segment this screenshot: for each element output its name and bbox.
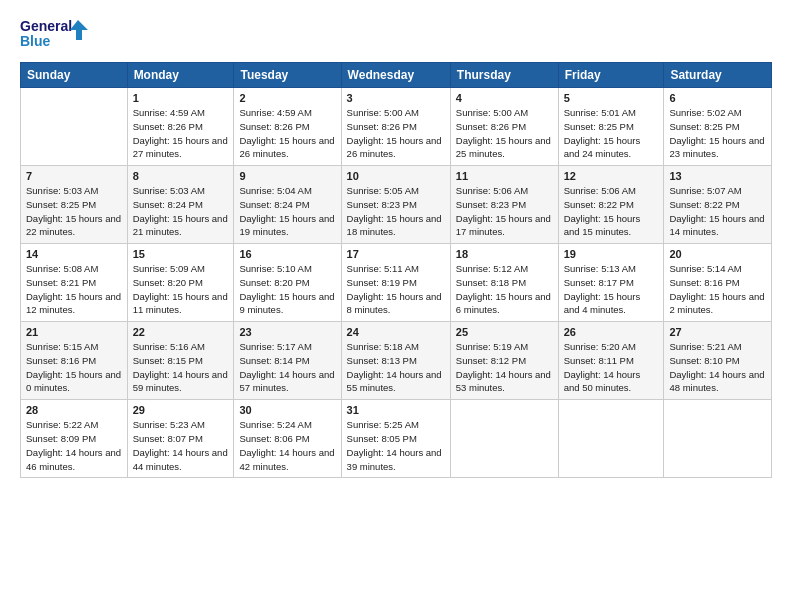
day-info: Sunrise: 5:07 AMSunset: 8:22 PMDaylight:… — [669, 184, 766, 239]
day-number: 18 — [456, 248, 553, 260]
day-number: 5 — [564, 92, 659, 104]
day-info: Sunrise: 5:03 AMSunset: 8:25 PMDaylight:… — [26, 184, 122, 239]
calendar-cell: 8Sunrise: 5:03 AMSunset: 8:24 PMDaylight… — [127, 166, 234, 244]
day-info: Sunrise: 5:22 AMSunset: 8:09 PMDaylight:… — [26, 418, 122, 473]
day-info: Sunrise: 4:59 AMSunset: 8:26 PMDaylight:… — [133, 106, 229, 161]
day-number: 6 — [669, 92, 766, 104]
svg-text:General: General — [20, 18, 72, 34]
day-info: Sunrise: 5:03 AMSunset: 8:24 PMDaylight:… — [133, 184, 229, 239]
calendar-cell: 1Sunrise: 4:59 AMSunset: 8:26 PMDaylight… — [127, 88, 234, 166]
day-info: Sunrise: 5:06 AMSunset: 8:23 PMDaylight:… — [456, 184, 553, 239]
day-number: 22 — [133, 326, 229, 338]
calendar-cell: 15Sunrise: 5:09 AMSunset: 8:20 PMDayligh… — [127, 244, 234, 322]
calendar-table: SundayMondayTuesdayWednesdayThursdayFrid… — [20, 62, 772, 478]
day-info: Sunrise: 5:02 AMSunset: 8:25 PMDaylight:… — [669, 106, 766, 161]
svg-marker-2 — [70, 20, 88, 40]
calendar-week-row: 28Sunrise: 5:22 AMSunset: 8:09 PMDayligh… — [21, 400, 772, 478]
day-info: Sunrise: 5:21 AMSunset: 8:10 PMDaylight:… — [669, 340, 766, 395]
calendar-cell: 28Sunrise: 5:22 AMSunset: 8:09 PMDayligh… — [21, 400, 128, 478]
day-info: Sunrise: 5:10 AMSunset: 8:20 PMDaylight:… — [239, 262, 335, 317]
weekday-header-thursday: Thursday — [450, 63, 558, 88]
calendar-cell: 6Sunrise: 5:02 AMSunset: 8:25 PMDaylight… — [664, 88, 772, 166]
day-number: 13 — [669, 170, 766, 182]
weekday-header-sunday: Sunday — [21, 63, 128, 88]
calendar-cell: 31Sunrise: 5:25 AMSunset: 8:05 PMDayligh… — [341, 400, 450, 478]
calendar-cell: 24Sunrise: 5:18 AMSunset: 8:13 PMDayligh… — [341, 322, 450, 400]
calendar-cell: 23Sunrise: 5:17 AMSunset: 8:14 PMDayligh… — [234, 322, 341, 400]
weekday-header-wednesday: Wednesday — [341, 63, 450, 88]
day-info: Sunrise: 5:20 AMSunset: 8:11 PMDaylight:… — [564, 340, 659, 395]
day-info: Sunrise: 5:08 AMSunset: 8:21 PMDaylight:… — [26, 262, 122, 317]
day-info: Sunrise: 5:17 AMSunset: 8:14 PMDaylight:… — [239, 340, 335, 395]
day-info: Sunrise: 5:25 AMSunset: 8:05 PMDaylight:… — [347, 418, 445, 473]
day-number: 19 — [564, 248, 659, 260]
weekday-header-monday: Monday — [127, 63, 234, 88]
day-info: Sunrise: 5:11 AMSunset: 8:19 PMDaylight:… — [347, 262, 445, 317]
day-info: Sunrise: 5:06 AMSunset: 8:22 PMDaylight:… — [564, 184, 659, 239]
day-number: 16 — [239, 248, 335, 260]
page-header: General Blue — [20, 16, 772, 52]
day-number: 1 — [133, 92, 229, 104]
svg-text:Blue: Blue — [20, 33, 51, 49]
weekday-header-friday: Friday — [558, 63, 664, 88]
day-info: Sunrise: 5:00 AMSunset: 8:26 PMDaylight:… — [347, 106, 445, 161]
day-info: Sunrise: 5:15 AMSunset: 8:16 PMDaylight:… — [26, 340, 122, 395]
calendar-week-row: 7Sunrise: 5:03 AMSunset: 8:25 PMDaylight… — [21, 166, 772, 244]
day-number: 24 — [347, 326, 445, 338]
day-number: 15 — [133, 248, 229, 260]
weekday-header-tuesday: Tuesday — [234, 63, 341, 88]
weekday-header-saturday: Saturday — [664, 63, 772, 88]
calendar-cell: 20Sunrise: 5:14 AMSunset: 8:16 PMDayligh… — [664, 244, 772, 322]
day-number: 3 — [347, 92, 445, 104]
calendar-cell: 12Sunrise: 5:06 AMSunset: 8:22 PMDayligh… — [558, 166, 664, 244]
day-info: Sunrise: 5:16 AMSunset: 8:15 PMDaylight:… — [133, 340, 229, 395]
day-info: Sunrise: 5:09 AMSunset: 8:20 PMDaylight:… — [133, 262, 229, 317]
calendar-cell: 10Sunrise: 5:05 AMSunset: 8:23 PMDayligh… — [341, 166, 450, 244]
calendar-cell — [664, 400, 772, 478]
day-number: 2 — [239, 92, 335, 104]
day-info: Sunrise: 5:05 AMSunset: 8:23 PMDaylight:… — [347, 184, 445, 239]
day-number: 9 — [239, 170, 335, 182]
calendar-cell: 11Sunrise: 5:06 AMSunset: 8:23 PMDayligh… — [450, 166, 558, 244]
calendar-cell: 22Sunrise: 5:16 AMSunset: 8:15 PMDayligh… — [127, 322, 234, 400]
day-number: 14 — [26, 248, 122, 260]
calendar-week-row: 14Sunrise: 5:08 AMSunset: 8:21 PMDayligh… — [21, 244, 772, 322]
day-info: Sunrise: 5:01 AMSunset: 8:25 PMDaylight:… — [564, 106, 659, 161]
calendar-cell: 25Sunrise: 5:19 AMSunset: 8:12 PMDayligh… — [450, 322, 558, 400]
day-number: 26 — [564, 326, 659, 338]
calendar-cell: 27Sunrise: 5:21 AMSunset: 8:10 PMDayligh… — [664, 322, 772, 400]
calendar-cell: 2Sunrise: 4:59 AMSunset: 8:26 PMDaylight… — [234, 88, 341, 166]
day-number: 11 — [456, 170, 553, 182]
calendar-cell: 29Sunrise: 5:23 AMSunset: 8:07 PMDayligh… — [127, 400, 234, 478]
day-number: 17 — [347, 248, 445, 260]
day-info: Sunrise: 5:14 AMSunset: 8:16 PMDaylight:… — [669, 262, 766, 317]
day-number: 28 — [26, 404, 122, 416]
logo-svg: General Blue — [20, 16, 90, 52]
calendar-cell: 14Sunrise: 5:08 AMSunset: 8:21 PMDayligh… — [21, 244, 128, 322]
day-info: Sunrise: 5:04 AMSunset: 8:24 PMDaylight:… — [239, 184, 335, 239]
calendar-cell: 7Sunrise: 5:03 AMSunset: 8:25 PMDaylight… — [21, 166, 128, 244]
day-number: 4 — [456, 92, 553, 104]
day-info: Sunrise: 5:23 AMSunset: 8:07 PMDaylight:… — [133, 418, 229, 473]
day-number: 8 — [133, 170, 229, 182]
calendar-cell: 13Sunrise: 5:07 AMSunset: 8:22 PMDayligh… — [664, 166, 772, 244]
day-number: 23 — [239, 326, 335, 338]
day-number: 12 — [564, 170, 659, 182]
calendar-cell: 3Sunrise: 5:00 AMSunset: 8:26 PMDaylight… — [341, 88, 450, 166]
calendar-cell: 5Sunrise: 5:01 AMSunset: 8:25 PMDaylight… — [558, 88, 664, 166]
calendar-cell: 9Sunrise: 5:04 AMSunset: 8:24 PMDaylight… — [234, 166, 341, 244]
day-number: 7 — [26, 170, 122, 182]
day-number: 29 — [133, 404, 229, 416]
logo: General Blue — [20, 16, 90, 52]
day-info: Sunrise: 5:00 AMSunset: 8:26 PMDaylight:… — [456, 106, 553, 161]
day-number: 27 — [669, 326, 766, 338]
calendar-cell: 21Sunrise: 5:15 AMSunset: 8:16 PMDayligh… — [21, 322, 128, 400]
day-number: 25 — [456, 326, 553, 338]
calendar-cell: 4Sunrise: 5:00 AMSunset: 8:26 PMDaylight… — [450, 88, 558, 166]
day-info: Sunrise: 4:59 AMSunset: 8:26 PMDaylight:… — [239, 106, 335, 161]
day-number: 20 — [669, 248, 766, 260]
calendar-cell: 26Sunrise: 5:20 AMSunset: 8:11 PMDayligh… — [558, 322, 664, 400]
day-info: Sunrise: 5:12 AMSunset: 8:18 PMDaylight:… — [456, 262, 553, 317]
day-info: Sunrise: 5:18 AMSunset: 8:13 PMDaylight:… — [347, 340, 445, 395]
calendar-cell: 30Sunrise: 5:24 AMSunset: 8:06 PMDayligh… — [234, 400, 341, 478]
